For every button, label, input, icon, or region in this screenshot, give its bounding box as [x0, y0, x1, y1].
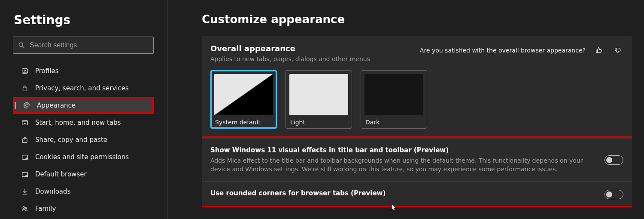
- theme-preview-system: [214, 74, 273, 115]
- theme-label: Dark: [365, 119, 423, 126]
- feedback-prompt: Are you satisfied with the overall brows…: [420, 47, 586, 54]
- highlighted-settings: Show Windows 11 visual effects in title …: [202, 136, 632, 207]
- svg-point-0: [19, 43, 23, 46]
- sidebar-item-share-copy[interactable]: Share, copy and paste: [13, 131, 154, 148]
- overall-appearance-title: Overall appearance: [210, 44, 420, 53]
- toggle-knob: [606, 191, 612, 197]
- setting-win11-effects: Show Windows 11 visual effects in title …: [202, 138, 632, 181]
- sidebar-item-default-browser[interactable]: Default browser: [13, 166, 154, 183]
- sidebar-item-label: Default browser: [35, 170, 87, 178]
- setting-rounded-toggle[interactable]: [605, 190, 623, 199]
- settings-sidebar: Settings Profiles: [0, 0, 167, 219]
- main-content: Customize appearance Overall appearance …: [167, 0, 644, 219]
- search-box[interactable]: [13, 37, 154, 54]
- svg-point-6: [26, 104, 26, 104]
- svg-point-3: [24, 70, 26, 71]
- sidebar-item-label: Start, home, and new tabs: [35, 119, 121, 126]
- share-icon: [21, 136, 29, 144]
- theme-label: Light: [289, 119, 348, 126]
- sidebar-item-start-home[interactable]: Start, home, and new tabs: [13, 114, 154, 131]
- newtab-icon: [21, 118, 29, 127]
- setting-rounded-tabs: Use rounded corners for browser tabs (Pr…: [202, 181, 632, 206]
- sidebar-item-label: Privacy, search, and services: [35, 84, 129, 92]
- browser-icon: [21, 170, 29, 179]
- sidebar-item-family[interactable]: Family: [13, 200, 154, 217]
- sidebar-item-label: Profiles: [35, 67, 58, 75]
- toggle-knob: [606, 157, 612, 163]
- theme-preview-dark: [365, 74, 423, 115]
- thumbs-down-button[interactable]: [612, 45, 623, 56]
- family-icon: [21, 204, 29, 213]
- setting-win11-toggle[interactable]: [605, 155, 623, 165]
- svg-point-20: [23, 207, 24, 208]
- svg-point-5: [25, 105, 25, 105]
- profile-icon: [21, 67, 29, 75]
- theme-label: System default: [214, 119, 273, 126]
- app-root: Settings Profiles: [0, 0, 644, 219]
- sidebar-item-label: Cookies and site permissions: [35, 153, 129, 161]
- setting-desc: Adds Mica effect to the title bar and to…: [210, 157, 594, 173]
- theme-light[interactable]: Light: [286, 70, 352, 129]
- palette-icon: [22, 101, 31, 110]
- settings-title: Settings: [13, 13, 167, 27]
- svg-point-7: [27, 104, 28, 104]
- svg-point-21: [26, 207, 27, 209]
- theme-preview-light: [289, 74, 348, 115]
- download-icon: [21, 187, 29, 196]
- sidebar-item-appearance[interactable]: Appearance: [13, 97, 154, 114]
- setting-left: Show Windows 11 visual effects in title …: [210, 146, 605, 173]
- lock-icon: [21, 84, 29, 93]
- theme-row: System default Light Dark: [202, 70, 632, 136]
- search-input[interactable]: [30, 41, 149, 49]
- page-title: Customize appearance: [202, 13, 632, 26]
- svg-line-1: [22, 46, 24, 48]
- sidebar-item-label: Share, copy and paste: [35, 136, 107, 144]
- overall-appearance-desc: Applies to new tabs, pages, dialogs and …: [210, 56, 420, 62]
- sidebar-item-label: Appearance: [37, 102, 76, 109]
- sidebar-item-label: Family: [35, 205, 56, 213]
- panel-head-left: Overall appearance Applies to new tabs, …: [210, 44, 420, 70]
- setting-title: Use rounded corners for browser tabs (Pr…: [210, 189, 594, 197]
- sidebar-item-profiles[interactable]: Profiles: [13, 62, 154, 80]
- sidebar-item-label: Downloads: [35, 188, 70, 195]
- svg-rect-4: [23, 88, 27, 91]
- theme-system-default[interactable]: System default: [210, 70, 277, 129]
- thumbs-up-button[interactable]: [593, 45, 605, 56]
- panel-head: Overall appearance Applies to new tabs, …: [202, 36, 632, 70]
- appearance-panel: Overall appearance Applies to new tabs, …: [202, 36, 632, 207]
- sidebar-item-privacy[interactable]: Privacy, search, and services: [13, 80, 154, 97]
- setting-left: Use rounded corners for browser tabs (Pr…: [210, 189, 605, 200]
- permissions-icon: [21, 153, 29, 161]
- setting-title: Show Windows 11 visual effects in title …: [210, 146, 594, 154]
- svg-rect-2: [22, 69, 28, 74]
- sidebar-item-downloads[interactable]: Downloads: [13, 183, 154, 200]
- theme-dark[interactable]: Dark: [361, 70, 427, 129]
- search-icon: [18, 41, 25, 49]
- sidebar-item-cookies[interactable]: Cookies and site permissions: [13, 148, 154, 166]
- feedback-bar: Are you satisfied with the overall brows…: [420, 44, 623, 56]
- settings-nav: Profiles Privacy, search, and services: [13, 62, 154, 217]
